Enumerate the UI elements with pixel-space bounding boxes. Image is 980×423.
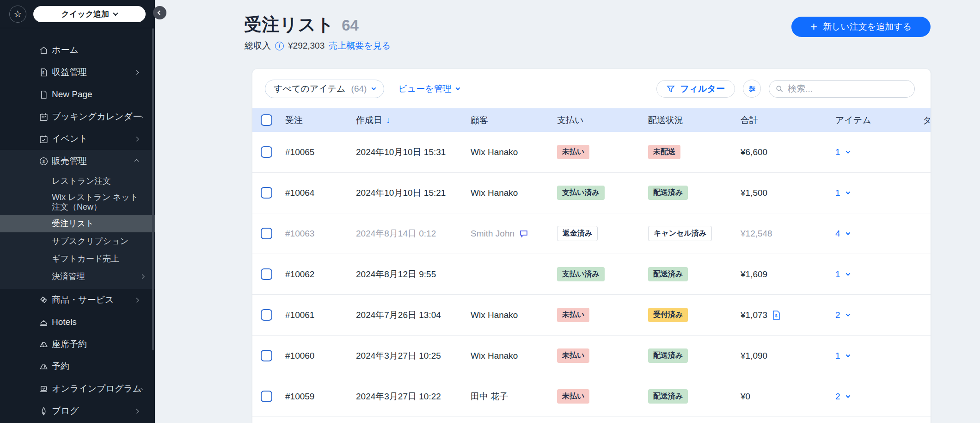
order-customer: Smith John: [471, 229, 514, 239]
items-dropdown[interactable]: 1: [835, 188, 923, 198]
order-customer: Wix Hanako: [471, 351, 557, 361]
page-icon: [39, 90, 49, 100]
chat-message-button[interactable]: [519, 229, 528, 238]
order-row[interactable]: #10062 2024年8月12日 9:55 支払い済み 配送済み ¥1,609…: [252, 254, 931, 295]
column-settings-button[interactable]: [743, 80, 761, 98]
chevron-right-icon: [135, 70, 139, 75]
sidebar-item-products-services[interactable]: 商品・サービス: [0, 289, 155, 311]
subitem-label: ギフトカード売上: [52, 253, 119, 264]
sidebar-item-label: 座席予約: [52, 338, 87, 350]
column-header-tags[interactable]: タグ: [923, 114, 931, 126]
items-dropdown[interactable]: 1: [835, 269, 923, 280]
column-header-payment[interactable]: 支払い: [557, 114, 648, 126]
info-icon[interactable]: i: [275, 42, 284, 50]
sidebar-item-seating[interactable]: 座席予約: [0, 333, 155, 355]
order-total: ¥1,073: [741, 310, 767, 320]
column-header-total[interactable]: 合計: [741, 114, 835, 126]
calendar-icon: [39, 112, 49, 122]
sidebar-subitem-order-list[interactable]: 受注リスト: [0, 215, 155, 232]
items-dropdown[interactable]: 2: [835, 392, 923, 402]
row-checkbox[interactable]: [261, 268, 272, 280]
chevron-down-icon: [845, 190, 850, 194]
order-row[interactable]: #10060 2024年3月27日 10:25 Wix Hanako 未払い 配…: [252, 336, 931, 376]
sidebar-item-label: 販売管理: [52, 155, 87, 167]
sidebar-item-label: 予約: [52, 361, 69, 373]
sidebar-subitem-restaurant-orders[interactable]: レストラン注文: [0, 172, 155, 190]
quick-add-button[interactable]: クイック追加: [33, 6, 146, 22]
fulfillment-status-badge: 受付済み: [648, 308, 688, 322]
sidebar-subitem-gift-cards[interactable]: ギフトカード売上: [0, 250, 155, 267]
search-input[interactable]: [788, 84, 908, 94]
items-dropdown[interactable]: 1: [835, 147, 923, 157]
sidebar-collapse-button[interactable]: [153, 6, 166, 19]
order-id: #10064: [285, 188, 356, 198]
sliders-icon: [747, 84, 757, 93]
row-checkbox[interactable]: [261, 391, 272, 402]
favorites-star-button[interactable]: ☆: [9, 6, 26, 23]
sidebar-item-new-page[interactable]: New Page: [0, 83, 155, 106]
sidebar-item-hotels[interactable]: Hotels: [0, 311, 155, 333]
row-checkbox[interactable]: [261, 228, 272, 239]
column-header-order[interactable]: 受注: [285, 114, 356, 126]
order-row[interactable]: #10065 2024年10月10日 15:31 Wix Hanako 未払い …: [252, 132, 931, 173]
chevron-down-icon: [845, 230, 850, 235]
order-total: ¥12,548: [741, 229, 835, 239]
sidebar-item-sales[interactable]: $ 販売管理: [0, 150, 155, 172]
payment-status-badge: 支払い済み: [557, 267, 605, 281]
table-card-icon: [39, 340, 49, 349]
funnel-icon: [667, 85, 675, 93]
order-count: 64: [342, 17, 359, 34]
sidebar-item-revenue[interactable]: $ 収益管理: [0, 61, 155, 83]
add-order-button[interactable]: + 新しい注文を追加する: [791, 17, 931, 37]
sidebar-subitem-subscriptions[interactable]: サブスクリプション: [0, 232, 155, 250]
sidebar-item-booking-calendar[interactable]: ブッキングカレンダー: [0, 106, 155, 128]
calendar-check-icon: [39, 134, 49, 144]
items-dropdown[interactable]: 4: [835, 229, 923, 239]
column-header-customer[interactable]: 顧客: [471, 114, 557, 126]
row-checkbox[interactable]: [261, 350, 272, 361]
chevron-down-icon: [845, 149, 850, 154]
sidebar-subitem-wix-restaurant-online[interactable]: Wix レストラン ネット注文（New）: [0, 190, 155, 215]
items-dropdown[interactable]: 1: [835, 351, 923, 361]
chevron-up-icon: [135, 159, 139, 163]
sidebar-top: ☆ クイック追加: [0, 0, 155, 28]
column-header-fulfillment[interactable]: 配送状況: [648, 114, 741, 126]
sales-overview-link[interactable]: 売上概要を見る: [329, 40, 391, 52]
view-filter-dropdown[interactable]: すべてのアイテム (64): [265, 80, 384, 98]
column-header-items[interactable]: アイテム: [835, 114, 923, 126]
invoice-icon: $: [772, 310, 781, 320]
chevron-right-icon: [135, 137, 139, 141]
payment-status-badge: 未払い: [557, 348, 589, 363]
column-header-created[interactable]: 作成日 ↓: [356, 114, 471, 126]
order-row[interactable]: #10059 2024年3月27日 10:22 田中 花子 未払い 配送済み ¥…: [252, 376, 931, 417]
star-icon: ☆: [13, 8, 22, 19]
chevron-down-icon: [455, 86, 460, 90]
subitem-label: レストラン注文: [52, 175, 111, 187]
sidebar-item-blog[interactable]: ブログ: [0, 400, 155, 422]
svg-text:$: $: [42, 70, 44, 75]
row-checkbox[interactable]: [261, 187, 272, 199]
fulfillment-status-badge: 未配送: [648, 145, 680, 159]
fulfillment-status-badge: 配送済み: [648, 348, 688, 363]
row-checkbox[interactable]: [261, 309, 272, 321]
order-total: ¥1,609: [741, 269, 835, 280]
sidebar-nav: ホーム $ 収益管理 New Page ブッキングカレンダー: [0, 28, 155, 422]
booking-card-icon: [39, 362, 49, 372]
sidebar-item-events[interactable]: イベント: [0, 128, 155, 150]
select-all-checkbox[interactable]: [261, 114, 272, 126]
manage-views-dropdown[interactable]: ビューを管理: [398, 83, 459, 95]
order-row[interactable]: #10063 2024年8月14日 0:12 Smith John 返金済み キ…: [252, 213, 931, 254]
row-checkbox[interactable]: [261, 146, 272, 158]
invoice-button[interactable]: $: [772, 310, 781, 320]
service-bell-icon: [39, 317, 49, 327]
sidebar-item-home[interactable]: ホーム: [0, 39, 155, 61]
filter-button[interactable]: フィルター: [656, 80, 735, 98]
chevron-down-icon: [372, 86, 376, 90]
order-row[interactable]: #10064 2024年10月10日 15:21 Wix Hanako 支払い済…: [252, 173, 931, 213]
items-dropdown[interactable]: 2: [835, 310, 923, 320]
sidebar-item-bookings[interactable]: 予約: [0, 355, 155, 378]
sidebar-item-online-programs[interactable]: オンラインプログラム: [0, 378, 155, 400]
sidebar-subitem-payments[interactable]: 決済管理: [0, 267, 155, 285]
order-row[interactable]: #10061 2024年7月26日 13:04 Wix Hanako 未払い 受…: [252, 295, 931, 336]
dollar-circle-icon: $: [39, 156, 49, 166]
